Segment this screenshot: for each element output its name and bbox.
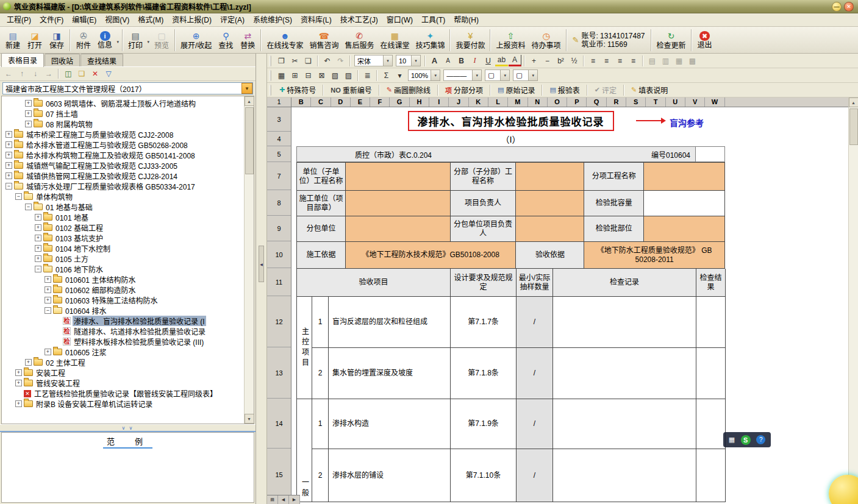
pay-button[interactable]: ¥我要付款 (452, 30, 488, 51)
check-result-cell[interactable] (696, 399, 726, 449)
scroll-left-icon[interactable]: ◀ (278, 495, 289, 504)
column-header[interactable]: L (488, 98, 508, 107)
tree-item[interactable]: 检塑料排水板排水检验批质量验收记录 (III) (2, 336, 243, 347)
column-header[interactable]: N (528, 98, 548, 107)
column-header[interactable]: D (331, 98, 351, 107)
tree-expand-toggle[interactable]: − (25, 204, 32, 210)
attachment-button[interactable]: ✇附件 (73, 30, 95, 51)
batch-capacity-input[interactable] (644, 191, 725, 216)
dropdown-arrow-icon[interactable]: ▾ (528, 70, 537, 80)
column-header[interactable]: P (567, 98, 587, 107)
menu-item[interactable]: 工程(P) (2, 14, 35, 26)
dropdown-arrow-icon[interactable]: ▾ (117, 40, 120, 44)
menu-item[interactable]: 资料上报(D) (168, 14, 216, 26)
tree-item[interactable]: +02 主体工程 (2, 357, 243, 367)
check-result-cell[interactable] (696, 449, 726, 502)
italic-button[interactable]: I (468, 55, 481, 67)
grow-font-button[interactable]: A (428, 55, 441, 67)
column-header[interactable]: T (646, 98, 665, 107)
tree-item[interactable]: −城镇污水处理厂工程质量验收规表格 GB50334-2017 (2, 181, 243, 191)
tree-item[interactable]: ✕工艺管线检验批质量验收记录【跟管线安装工程同级表】 (2, 388, 243, 399)
line-style-select[interactable]: ———▾ (443, 69, 482, 81)
tree-item[interactable]: +08 附属构筑物 (2, 119, 243, 129)
division-project-input[interactable] (516, 163, 584, 191)
superscript-button[interactable]: + (527, 55, 540, 67)
sidebar-tab[interactable]: 查找结果 (80, 54, 123, 66)
up-arrow-button[interactable]: ↑ (16, 68, 28, 80)
dropdown-arrow-icon[interactable]: ▾ (431, 70, 440, 80)
column-header[interactable]: Q (587, 98, 606, 107)
row-header[interactable]: 10 (267, 241, 291, 268)
menu-item[interactable]: 视图(V) (101, 14, 134, 26)
dropdown-arrow-icon[interactable]: ▾ (383, 55, 392, 66)
scroll-up-icon[interactable]: ▲ (245, 96, 254, 106)
inspection-form-button[interactable]: ▤报验表 (545, 84, 584, 96)
copy-button[interactable]: ❏ (302, 55, 315, 67)
toolbar-grip[interactable] (270, 55, 271, 66)
row-header[interactable]: 7 (267, 162, 291, 190)
tree-item[interactable]: +城镇供热管网工程施工及验收规范 CJJ28-2014 (2, 171, 243, 181)
delete-col-button[interactable]: ▨ (342, 69, 355, 82)
reference-link[interactable]: 盲沟参考 (670, 116, 704, 129)
tree-item[interactable]: −010604 排水 (2, 305, 243, 316)
original-record-button[interactable]: ▤原始记录 (493, 84, 539, 96)
column-header[interactable]: H (410, 98, 429, 107)
column-header[interactable]: O (548, 98, 567, 107)
tree-expand-toggle[interactable]: + (5, 141, 12, 148)
column-header[interactable]: S (626, 98, 646, 107)
tree-item[interactable]: +城市桥梁工程施工与质量验收规范 CJJ2-2008 (2, 129, 243, 140)
standard-selector[interactable]: 福建省市政工程施工文件管理规程（2017） ▼ (2, 82, 253, 94)
tree-item[interactable]: +0102 基础工程 (2, 222, 243, 233)
classroom-button[interactable]: ▦在线课堂 (377, 30, 412, 51)
check-record-cell[interactable] (553, 399, 696, 449)
cut-button[interactable]: ✂ (288, 55, 301, 67)
new-file-button[interactable]: ▤新建 (2, 30, 24, 51)
tree-item[interactable]: +07 挡土墙 (2, 108, 243, 119)
subscript-button[interactable]: − (541, 55, 554, 67)
tree-item[interactable]: +0603 砌筑墙体、钢筋混凝土顶板人行地道结构 (2, 98, 243, 108)
split-cells-button[interactable]: ⊞ (288, 69, 301, 82)
row-header[interactable]: 3 (267, 107, 291, 132)
tree-expand-toggle[interactable]: − (15, 193, 22, 200)
highlight-button[interactable]: ab (495, 55, 508, 66)
todo-button[interactable]: ◷待办事项 (528, 30, 563, 51)
column-header[interactable]: B (291, 98, 311, 107)
forward-arrow-button[interactable]: → (43, 68, 55, 80)
delete-row-button[interactable]: ⊠ (315, 69, 328, 82)
upload-button[interactable]: ⇧上报资料 (493, 30, 528, 51)
filter-button[interactable]: ▽ (102, 68, 115, 80)
menu-item[interactable]: 评定(A) (216, 14, 249, 26)
tree-expand-toggle[interactable]: + (15, 380, 22, 386)
sogou-s-icon[interactable]: S (741, 435, 751, 445)
font-color-button[interactable]: A (509, 55, 521, 66)
batch-location-input[interactable] (644, 216, 725, 242)
sidebar-tab[interactable]: 表格目录 (1, 53, 44, 67)
renumber-button[interactable]: NO重新编号 (326, 84, 376, 96)
tree-expand-toggle[interactable]: + (5, 162, 12, 169)
scroll-right-icon[interactable]: ▶ (289, 495, 300, 504)
panel-splitter[interactable]: ◀ (256, 54, 267, 504)
update-button[interactable]: ↻检查更新 (654, 30, 689, 51)
scrollbar-thumb[interactable] (849, 108, 858, 145)
dropdown-arrow-icon[interactable]: ▾ (148, 40, 150, 44)
tree-expand-toggle[interactable]: + (45, 349, 51, 355)
check-record-cell[interactable] (553, 449, 696, 502)
undo-button[interactable]: ↶ (321, 55, 334, 67)
desktop-widget[interactable]: ▦S? (723, 432, 771, 447)
tree-expand-toggle[interactable]: + (35, 224, 41, 231)
expert-button[interactable]: ☻在线找专家 (263, 30, 306, 51)
standard-selector-dropdown-icon[interactable]: ▼ (241, 83, 252, 94)
insert-row-button[interactable]: ⊟ (302, 69, 315, 82)
column-header[interactable]: J (449, 98, 468, 107)
column-header[interactable]: U (666, 98, 685, 107)
tree-expand-toggle[interactable]: + (25, 110, 32, 117)
open-folder-button[interactable]: ◪打开 (24, 30, 46, 51)
tree-expand-toggle[interactable]: + (35, 255, 41, 262)
align-justify-button[interactable]: ≡ (627, 55, 640, 67)
copy-node-button[interactable]: ❏ (76, 68, 88, 80)
align-center-button[interactable]: ≡ (600, 55, 613, 67)
column-header[interactable]: V (685, 98, 705, 107)
tree-expand-toggle[interactable]: + (5, 152, 12, 158)
dropdown-arrow-icon[interactable]: ▾ (393, 69, 406, 82)
construction-unit-input[interactable] (346, 191, 451, 216)
